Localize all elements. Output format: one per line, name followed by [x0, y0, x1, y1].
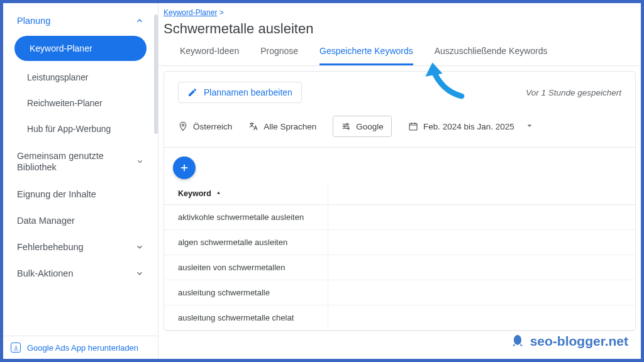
page-title: Schwermetalle ausleiten	[158, 17, 641, 46]
sidebar-item-label: Fehlerbehebung	[17, 242, 84, 252]
main-content: Keyword-Planer > Schwermetalle ausleiten…	[158, 3, 641, 359]
tune-icon	[341, 121, 351, 131]
edit-button-label: Plannamen bearbeiten	[204, 87, 292, 97]
table-cell-empty	[328, 280, 635, 305]
sidebar-item-troubleshooting[interactable]: Fehlerbehebung	[3, 234, 158, 260]
breadcrumb-label: Keyword-Planer	[164, 8, 217, 17]
table-cell-empty	[328, 255, 635, 280]
table-row[interactable]: ausleitung schwermetalle chelat	[164, 305, 328, 331]
sidebar-scrollbar[interactable]	[154, 14, 158, 134]
filter-language[interactable]: Alle Sprachen	[248, 121, 316, 131]
chevron-up-icon	[135, 16, 144, 25]
sidebar: Planung Keyword-Planer Leistungsplaner R…	[3, 3, 158, 359]
sidebar-section-label: Planung	[17, 16, 50, 26]
sidebar-item-reichweiten-planer[interactable]: Reichweiten-Planer	[3, 90, 158, 116]
filter-daterange[interactable]: Feb. 2024 bis Jan. 2025	[408, 121, 533, 131]
sidebar-item-label: Hub für App-Werbung	[27, 124, 111, 134]
tab-auszuschliessende-keywords[interactable]: Auszuschließende Keywords	[435, 46, 548, 65]
column-header-label: Keyword	[178, 189, 211, 198]
table-cell-empty	[328, 205, 635, 230]
chevron-down-icon	[135, 243, 144, 251]
table-row[interactable]: algen schwermetalle ausleiten	[164, 230, 328, 255]
rocket-icon	[510, 334, 525, 349]
filter-label: Google	[356, 122, 384, 131]
chevron-down-icon	[136, 157, 144, 166]
table-row[interactable]: ausleiten von schwermetallen	[164, 255, 328, 280]
filter-location[interactable]: Österreich	[178, 121, 232, 131]
saved-timestamp: Vor 1 Stunde gespeichert	[526, 88, 621, 97]
svg-point-2	[344, 126, 346, 128]
sidebar-item-label: Reichweiten-Planer	[27, 99, 103, 108]
table-cell-empty	[328, 305, 635, 331]
sidebar-item-bulk-actions[interactable]: Bulk-Aktionen	[3, 260, 158, 287]
sidebar-item-label: Bulk-Aktionen	[17, 268, 73, 278]
tab-keyword-ideen[interactable]: Keyword-Ideen	[180, 46, 239, 65]
sidebar-item-hub-app-werbung[interactable]: Hub für App-Werbung	[3, 116, 158, 142]
sidebar-item-label: Data Manager	[17, 216, 75, 226]
sidebar-footer-download-app[interactable]: Google Ads App herunterladen	[3, 336, 158, 359]
filters-row: Österreich Alle Sprachen Google Feb. 202…	[164, 113, 635, 148]
caret-down-icon	[526, 122, 533, 131]
sidebar-section-planung[interactable]: Planung	[3, 7, 158, 33]
sort-asc-icon	[215, 190, 222, 197]
svg-rect-4	[409, 123, 417, 130]
keywords-table: Keyword aktivkohle schwermetalle ausleit…	[164, 183, 635, 331]
tab-gespeicherte-keywords[interactable]: Gespeicherte Keywords	[319, 46, 413, 65]
filter-label: Österreich	[193, 122, 232, 131]
add-keyword-fab[interactable]	[173, 156, 196, 179]
breadcrumb[interactable]: Keyword-Planer >	[158, 3, 641, 17]
panel: Plannamen bearbeiten Vor 1 Stunde gespei…	[164, 71, 636, 331]
watermark-text: seo-blogger.net	[530, 334, 628, 349]
panel-header-row: Plannamen bearbeiten Vor 1 Stunde gespei…	[164, 72, 635, 113]
sidebar-item-keyword-planer[interactable]: Keyword-Planer	[14, 36, 147, 61]
svg-point-1	[347, 123, 348, 125]
sidebar-item-label: Leistungsplaner	[27, 73, 88, 82]
sidebar-footer-label: Google Ads App herunterladen	[27, 343, 138, 353]
chevron-down-icon	[135, 269, 144, 278]
column-header-keyword[interactable]: Keyword	[164, 183, 328, 205]
translate-icon	[248, 121, 258, 131]
sidebar-item-shared-library[interactable]: Gemeinsam genutzte Bibliothek	[3, 142, 158, 181]
sidebar-item-label: Gemeinsam genutzte Bibliothek	[17, 150, 136, 173]
download-icon	[11, 343, 21, 353]
pencil-icon	[187, 87, 197, 97]
sidebar-item-leistungsplaner[interactable]: Leistungsplaner	[3, 65, 158, 90]
sidebar-item-content-suitability[interactable]: Eignung der Inhalte	[3, 181, 158, 207]
plus-icon	[179, 162, 190, 173]
sidebar-item-data-manager[interactable]: Data Manager	[3, 207, 158, 234]
table-row[interactable]: aktivkohle schwermetalle ausleiten	[164, 205, 328, 230]
watermark: seo-blogger.net	[510, 334, 628, 349]
sidebar-item-label: Keyword-Planer	[30, 43, 92, 53]
sidebar-item-label: Eignung der Inhalte	[17, 189, 96, 199]
calendar-icon	[408, 121, 418, 131]
filter-label: Alle Sprachen	[264, 122, 316, 131]
table-cell-empty	[328, 230, 635, 255]
edit-planname-button[interactable]: Plannamen bearbeiten	[178, 82, 302, 103]
filter-network[interactable]: Google	[333, 116, 392, 137]
filter-label: Feb. 2024 bis Jan. 2025	[423, 122, 514, 131]
tabs: Keyword-Ideen Prognose Gespeicherte Keyw…	[158, 46, 641, 66]
svg-point-0	[182, 124, 184, 126]
column-header-empty	[328, 183, 635, 205]
table-row[interactable]: ausleitung schwermetalle	[164, 280, 328, 305]
tab-prognose[interactable]: Prognose	[260, 46, 298, 65]
location-icon	[178, 121, 188, 131]
